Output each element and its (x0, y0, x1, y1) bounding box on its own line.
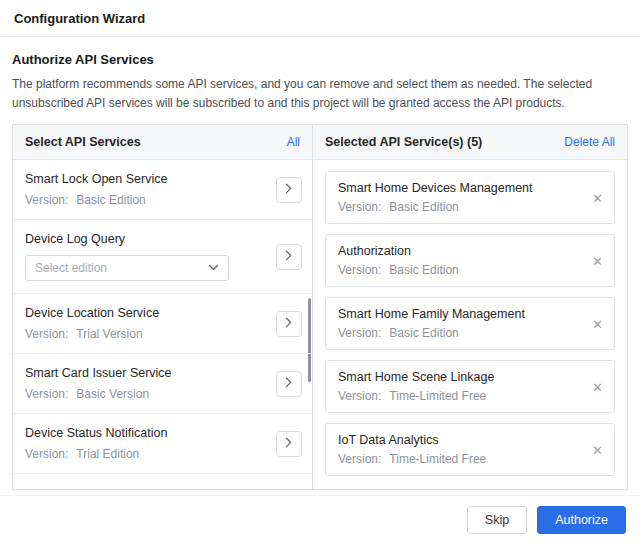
selected-api-panel: Selected API Service(s) (5) Delete All S… (313, 125, 627, 489)
select-api-panel: Select API Services All Smart Lock Open … (13, 125, 313, 489)
add-service-button[interactable] (276, 177, 302, 203)
service-name: Smart Card Issuer Service (25, 366, 268, 380)
version-label: Version: (338, 389, 381, 403)
left-panel-header: Select API Services All (13, 125, 312, 160)
api-transfer-box: Select API Services All Smart Lock Open … (12, 124, 628, 490)
version-line: Version:Trial Edition (25, 447, 268, 461)
version-label: Version: (338, 452, 381, 466)
version-label: Version: (25, 193, 68, 207)
version-value: Basic Edition (389, 200, 458, 214)
selected-service-card: Authorization Version:Basic Edition ✕ (325, 234, 615, 287)
version-line: Version:Basic Edition (338, 200, 582, 214)
api-service-row: Smart Card Issuer Service Version:Basic … (13, 354, 312, 414)
chevron-right-icon (285, 183, 293, 197)
service-name: Smart Home Family Management (338, 307, 582, 321)
version-label: Version: (338, 200, 381, 214)
section-description: The platform recommends some API service… (12, 75, 628, 112)
skip-button[interactable]: Skip (467, 506, 527, 534)
authorize-button[interactable]: Authorize (537, 506, 626, 534)
remove-service-icon[interactable]: ✕ (592, 317, 603, 330)
section-heading: Authorize API Services (12, 52, 628, 67)
service-name: Device Location Service (25, 306, 268, 320)
left-panel-list: Smart Lock Open Service Version:Basic Ed… (13, 160, 312, 489)
service-name: Device Log Query (25, 232, 268, 246)
remove-service-icon[interactable]: ✕ (592, 191, 603, 204)
version-value: Time-Limited Free (389, 389, 486, 403)
version-value: Basic Edition (389, 263, 458, 277)
delete-all-link[interactable]: Delete All (564, 135, 615, 149)
right-panel-list: Smart Home Devices Management Version:Ba… (313, 160, 627, 489)
dialog-footer: Skip Authorize (0, 495, 640, 546)
right-panel-title: Selected API Service(s) (5) (325, 135, 482, 149)
add-service-button[interactable] (276, 431, 302, 457)
remove-service-icon[interactable]: ✕ (592, 380, 603, 393)
dialog-body: Authorize API Services The platform reco… (0, 37, 640, 490)
add-service-button[interactable] (276, 244, 302, 270)
remove-service-icon[interactable]: ✕ (592, 443, 603, 456)
version-line: Version:Trial Version (25, 327, 268, 341)
remove-service-icon[interactable]: ✕ (592, 254, 603, 267)
version-label: Version: (338, 263, 381, 277)
selected-service-card: Smart Home Scene Linkage Version:Time-Li… (325, 360, 615, 413)
api-service-row: Device Log Query Select edition (13, 220, 312, 294)
version-label: Version: (25, 327, 68, 341)
chevron-right-icon (285, 250, 293, 264)
version-value: Basic Version (76, 387, 149, 401)
version-label: Version: (25, 447, 68, 461)
service-name: Device Status Notification (25, 426, 268, 440)
version-value: Trial Edition (76, 447, 139, 461)
service-name: Smart Home Devices Management (338, 181, 582, 195)
chevron-right-icon (285, 377, 293, 391)
version-value: Basic Edition (389, 326, 458, 340)
edition-select[interactable]: Select edition (25, 255, 229, 281)
service-name: IoT Data Analytics (338, 433, 582, 447)
service-name: Smart Home Scene Linkage (338, 370, 582, 384)
dialog-header: Configuration Wizard (0, 0, 640, 37)
version-label: Version: (338, 326, 381, 340)
service-name: Smart Lock Open Service (25, 172, 268, 186)
version-value: Time-Limited Free (389, 452, 486, 466)
selected-service-card: Smart Home Devices Management Version:Ba… (325, 171, 615, 224)
chevron-right-icon (285, 317, 293, 331)
select-placeholder: Select edition (35, 261, 107, 275)
version-label: Version: (25, 387, 68, 401)
right-panel-header: Selected API Service(s) (5) Delete All (313, 125, 627, 160)
chevron-down-icon (208, 264, 219, 272)
api-service-row: Device Status Notification Version:Trial… (13, 414, 312, 474)
chevron-right-icon (285, 437, 293, 451)
version-line: Version:Basic Version (25, 387, 268, 401)
selected-service-card: Smart Home Family Management Version:Bas… (325, 297, 615, 350)
version-line: Version:Time-Limited Free (338, 452, 582, 466)
version-value: Trial Version (76, 327, 142, 341)
selected-service-card: IoT Data Analytics Version:Time-Limited … (325, 423, 615, 476)
add-service-button[interactable] (276, 371, 302, 397)
dialog-title: Configuration Wizard (14, 11, 145, 26)
api-service-row: Device Location Service Version:Trial Ve… (13, 294, 312, 354)
select-all-link[interactable]: All (287, 135, 300, 149)
version-line: Version:Basic Edition (338, 263, 582, 277)
left-panel-title: Select API Services (25, 135, 141, 149)
service-name: Authorization (338, 244, 582, 258)
version-line: Version:Basic Edition (338, 326, 582, 340)
add-service-button[interactable] (276, 311, 302, 337)
version-value: Basic Edition (76, 193, 145, 207)
version-line: Version:Time-Limited Free (338, 389, 582, 403)
version-line: Version:Basic Edition (25, 193, 268, 207)
api-service-row: Smart Lock Open Service Version:Basic Ed… (13, 160, 312, 220)
